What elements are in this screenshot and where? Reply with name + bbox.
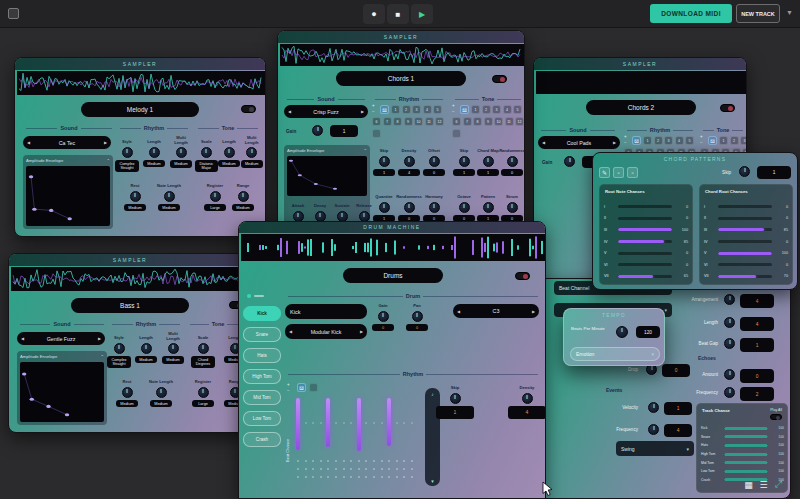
expand-icon[interactable]: ⤢	[773, 479, 784, 490]
knob[interactable]	[130, 191, 141, 202]
frequency-value-box[interactable]: 4	[664, 424, 692, 437]
drum-tab-crash[interactable]: Crash	[243, 432, 281, 447]
minus-icon[interactable]: −	[700, 141, 703, 146]
knob-value-box[interactable]: Medium	[158, 204, 180, 211]
mute-toggle[interactable]	[241, 105, 256, 113]
step-button[interactable]: 8	[473, 117, 482, 126]
drum-name-input[interactable]: Kick	[285, 304, 367, 319]
step-button[interactable]: 1	[471, 105, 480, 114]
play-button[interactable]: ▶	[411, 4, 433, 24]
randomize-button[interactable]: ⚄	[708, 136, 717, 145]
step-button[interactable]: 5	[685, 136, 694, 145]
step-button[interactable]: 1	[719, 136, 728, 145]
preset-selector[interactable]: ◀Gentle Fuzz▶	[17, 332, 105, 345]
knob-value-box[interactable]: 1	[436, 406, 474, 419]
preset-selector[interactable]: ◀Cool Pads▶	[538, 136, 620, 149]
arrangement-value-box[interactable]: 4	[740, 294, 774, 308]
knob[interactable]	[429, 156, 440, 167]
step-button[interactable]: 6	[452, 117, 461, 126]
track-title-button[interactable]: Drums	[343, 268, 443, 283]
track-title-button[interactable]: Bass 1	[71, 298, 189, 313]
arrow-left-icon[interactable]: ◀	[289, 329, 292, 334]
timing-slider[interactable]: ♪ ▾	[425, 388, 440, 486]
frequency-knob[interactable]	[648, 424, 659, 435]
knob[interactable]	[412, 311, 423, 322]
drum-tab-mid-tom[interactable]: Mid Tom	[243, 390, 281, 405]
stop-button[interactable]: ■	[387, 4, 409, 24]
grid-step[interactable]	[295, 396, 302, 484]
knob-value-box[interactable]: 0	[372, 324, 394, 331]
grid-step[interactable]	[325, 396, 332, 484]
preset-selector[interactable]: ◀Crisp Fuzz▶	[284, 105, 368, 118]
knob-value-box[interactable]: Complex Straight	[107, 356, 131, 368]
slider[interactable]	[618, 217, 672, 220]
step-count-stepper[interactable]: +−	[287, 383, 290, 393]
slider[interactable]	[724, 427, 768, 430]
preset-selector[interactable]: ◀Ca Tec▶	[23, 136, 111, 149]
step-button[interactable]: 2	[482, 105, 491, 114]
randomize-button[interactable]: ⚄	[460, 105, 469, 114]
grid-step[interactable]	[318, 396, 325, 484]
step-button[interactable]: 2	[402, 105, 411, 114]
gain-knob[interactable]	[564, 156, 575, 167]
step-button[interactable]: 9	[404, 117, 413, 126]
menu-icon[interactable]	[8, 8, 19, 19]
knob-value-box[interactable]: Medium	[241, 160, 263, 167]
beat-gap-value-box[interactable]: 1	[740, 338, 774, 352]
slider[interactable]	[724, 461, 768, 464]
new-track-button[interactable]: NEW TRACK	[736, 4, 780, 23]
knob-value-box[interactable]: Medium	[162, 356, 184, 363]
mute-toggle[interactable]	[720, 104, 735, 112]
slider[interactable]	[718, 263, 772, 266]
knob-value-box[interactable]: Diatonic Major	[195, 160, 218, 172]
arrow-right-icon[interactable]: ▶	[104, 140, 107, 145]
step-button[interactable]: 2	[730, 136, 739, 145]
grid-step[interactable]	[401, 396, 408, 484]
step-button[interactable]: 12	[515, 117, 524, 126]
slider[interactable]	[718, 240, 772, 243]
arrow-left-icon[interactable]: ◀	[288, 109, 291, 114]
arrow-right-icon[interactable]: ▶	[360, 329, 363, 334]
plus-icon[interactable]: +	[372, 104, 375, 109]
bpm-knob[interactable]	[616, 326, 628, 338]
grid-step[interactable]	[341, 396, 348, 484]
knob-value-box[interactable]: Medium	[150, 400, 172, 407]
step-button[interactable]: 10	[414, 117, 423, 126]
grid-step[interactable]	[363, 396, 370, 484]
knob-value-box[interactable]: Medium	[143, 160, 165, 167]
step-extra-button[interactable]	[452, 129, 461, 138]
slider[interactable]	[618, 263, 672, 266]
pattern-grid-icon[interactable]: ▦	[743, 479, 754, 490]
echo-frequency-value-box[interactable]: 2	[740, 387, 774, 401]
knob-value-box[interactable]: Large	[192, 400, 214, 407]
grid-step[interactable]	[333, 396, 340, 484]
plus-icon[interactable]: +	[287, 383, 290, 388]
gain-value-box[interactable]: 1	[330, 125, 358, 137]
knob[interactable]	[122, 147, 133, 158]
step-button[interactable]: 4	[675, 136, 684, 145]
track-title-button[interactable]: Melody 1	[81, 102, 199, 117]
swing-dropdown[interactable]: Swing▾	[616, 441, 694, 456]
step-button[interactable]: 5	[433, 105, 442, 114]
step-button[interactable]: 11	[505, 117, 514, 126]
grid-step[interactable]	[303, 396, 310, 484]
knob[interactable]	[379, 156, 390, 167]
knob-value-box[interactable]: Medium	[124, 204, 146, 211]
step-count-stepper[interactable]: +−	[624, 135, 627, 145]
knob-value-box[interactable]: Medium	[116, 400, 138, 407]
step-count-stepper[interactable]: +−	[700, 135, 703, 145]
knob-value-box[interactable]: 0	[423, 169, 445, 176]
slider[interactable]	[618, 228, 672, 231]
knob[interactable]	[198, 343, 209, 354]
arrow-right-icon[interactable]: ▶	[532, 309, 535, 314]
knob[interactable]	[122, 387, 133, 398]
edit-pattern-button[interactable]: ✎	[599, 167, 610, 178]
knob[interactable]	[404, 156, 415, 167]
step-button[interactable]: 8	[393, 117, 402, 126]
record-button[interactable]: ●	[363, 4, 385, 24]
grid-step[interactable]	[348, 396, 355, 484]
step-button[interactable]: 4	[423, 105, 432, 114]
knob[interactable]	[198, 387, 209, 398]
knob[interactable]	[507, 156, 518, 167]
step-button[interactable]: 11	[425, 117, 434, 126]
